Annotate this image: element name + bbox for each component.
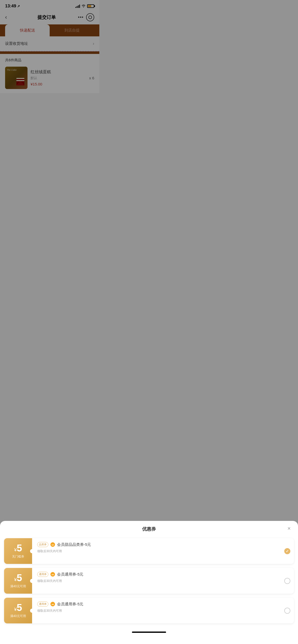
modal-overlay[interactable]: 优惠券 × ¥5 无门槛券 品类券 <box>0 0 99 215</box>
